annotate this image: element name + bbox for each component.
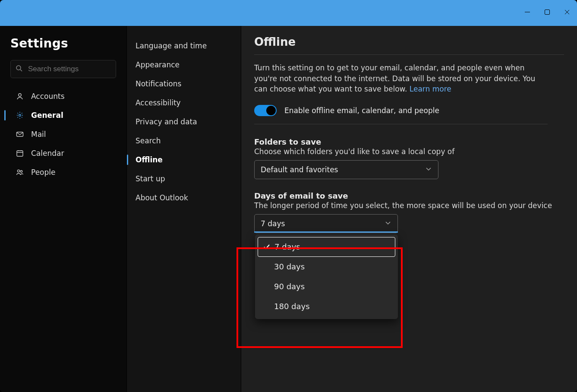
learn-more-link[interactable]: Learn more <box>410 85 451 93</box>
sidebar-item-label: General <box>31 111 63 120</box>
settings-title: Settings <box>10 36 116 51</box>
close-button[interactable] <box>557 3 577 21</box>
toggle-row: Enable offline email, calendar, and peop… <box>254 105 564 116</box>
days-dropdown-value: 7 days <box>261 219 285 228</box>
mid-item-about-outlook[interactable]: About Outlook <box>127 188 241 207</box>
days-sub: The longer period of time you select, th… <box>254 201 564 210</box>
divider <box>254 124 548 124</box>
dropdown-focus-border <box>254 231 398 233</box>
toggle-label: Enable offline email, calendar, and peop… <box>284 106 439 115</box>
days-title: Days of email to save <box>254 191 564 200</box>
sidebar-item-label: Mail <box>31 130 46 139</box>
sidebar-item-general[interactable]: General <box>10 106 116 125</box>
mid-item-language-time[interactable]: Language and time <box>127 36 241 55</box>
svg-point-7 <box>20 171 22 172</box>
sidebar-item-mail[interactable]: Mail <box>10 125 116 144</box>
mid-item-startup[interactable]: Start up <box>127 169 241 188</box>
svg-rect-5 <box>17 151 23 156</box>
gear-icon <box>15 111 25 120</box>
chevron-down-icon <box>385 219 391 228</box>
folders-title: Folders to save <box>254 137 564 146</box>
mid-item-appearance[interactable]: Appearance <box>127 55 241 74</box>
days-dropdown-popup: 7 days 30 days 90 days 180 days <box>255 234 398 319</box>
days-option-90[interactable]: 90 days <box>258 277 395 297</box>
calendar-icon <box>15 149 25 158</box>
folders-sub: Choose which folders you'd like to save … <box>254 147 564 156</box>
days-option-180[interactable]: 180 days <box>258 297 395 316</box>
svg-point-1 <box>16 66 21 70</box>
main-content: Offline Turn this setting on to get to y… <box>241 26 577 392</box>
days-dropdown-wrap: 7 days 7 days 30 days <box>254 214 398 233</box>
folders-dropdown-value: Default and favorites <box>261 165 338 174</box>
titlebar <box>0 0 577 26</box>
mid-item-privacy-data[interactable]: Privacy and data <box>127 112 241 131</box>
mid-item-accessibility[interactable]: Accessibility <box>127 93 241 112</box>
offline-description: Turn this setting on to get to your emai… <box>254 63 548 95</box>
mail-icon <box>15 130 25 139</box>
sidebar-item-calendar[interactable]: Calendar <box>10 144 116 163</box>
search-input[interactable] <box>10 60 116 78</box>
sidebar-item-people[interactable]: People <box>10 163 116 182</box>
check-icon <box>263 243 274 250</box>
search-icon <box>16 65 22 73</box>
sidebar-item-accounts[interactable]: Accounts <box>10 87 116 106</box>
toggle-knob <box>266 106 276 115</box>
days-option-30[interactable]: 30 days <box>258 257 395 277</box>
days-option-7[interactable]: 7 days <box>258 237 395 257</box>
mid-item-search[interactable]: Search <box>127 131 241 150</box>
mid-item-notifications[interactable]: Notifications <box>127 74 241 93</box>
sidebar-item-label: Accounts <box>31 92 65 101</box>
folders-dropdown[interactable]: Default and favorites <box>254 160 438 179</box>
days-dropdown[interactable]: 7 days <box>254 214 398 233</box>
enable-offline-toggle[interactable] <box>254 105 277 116</box>
maximize-button[interactable] <box>537 3 557 21</box>
search-wrap <box>10 60 116 78</box>
minimize-button[interactable] <box>517 3 537 21</box>
divider <box>254 54 564 55</box>
sidebar-item-label: Calendar <box>31 149 64 158</box>
page-title: Offline <box>254 35 564 48</box>
settings-sidebar: Settings Accounts General <box>0 26 126 392</box>
svg-point-6 <box>17 170 19 172</box>
category-sidebar: Language and time Appearance Notificatio… <box>126 26 241 392</box>
person-icon <box>15 92 25 101</box>
people-icon <box>15 168 25 177</box>
svg-point-2 <box>19 94 21 96</box>
svg-rect-0 <box>545 10 550 15</box>
mid-item-offline[interactable]: Offline <box>127 150 241 169</box>
svg-point-3 <box>19 114 21 117</box>
chevron-down-icon <box>425 165 432 174</box>
sidebar-item-label: People <box>31 168 55 177</box>
